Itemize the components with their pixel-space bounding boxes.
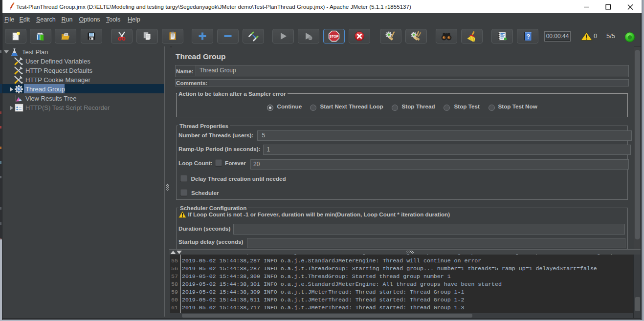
- svg-text:?: ?: [526, 33, 530, 40]
- svg-text:STOP: STOP: [330, 35, 339, 38]
